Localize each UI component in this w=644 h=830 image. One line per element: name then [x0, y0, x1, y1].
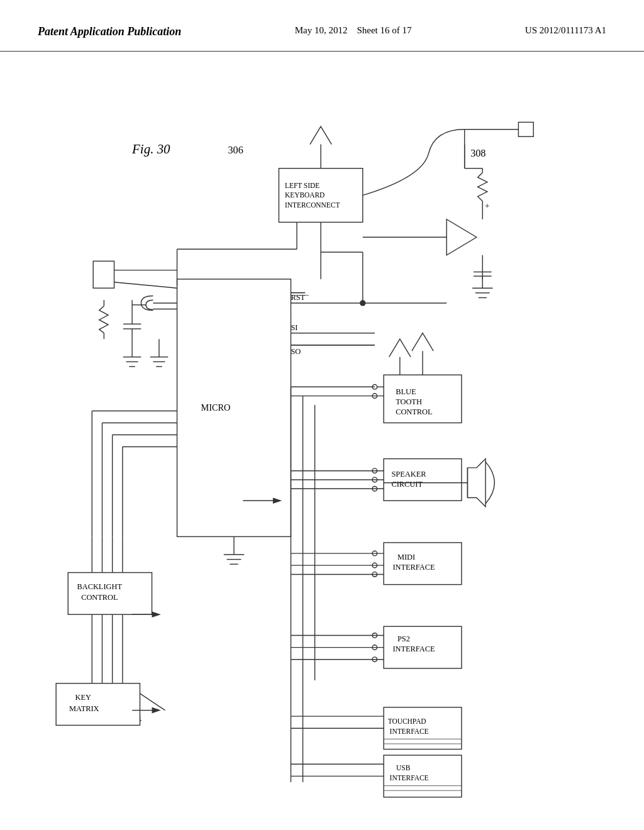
- svg-text:CONTROL: CONTROL: [81, 593, 118, 602]
- svg-text:KEY: KEY: [75, 693, 91, 702]
- svg-text:KEYBOARD: KEYBOARD: [285, 191, 325, 199]
- svg-rect-8: [93, 261, 114, 288]
- svg-text:RST: RST: [291, 293, 305, 302]
- pub-date: May 10, 2012: [295, 25, 348, 35]
- publication-type: Patent Application Publication: [38, 25, 181, 38]
- svg-rect-51: [518, 122, 533, 136]
- circuit-diagram: Fig. 30 306 308 300 302 304 MICRO: [0, 52, 644, 806]
- svg-text:INTERFACE: INTERFACE: [392, 563, 435, 572]
- svg-text:306: 306: [228, 145, 243, 156]
- svg-text:TOUCHPAD: TOUCHPAD: [388, 717, 426, 725]
- svg-marker-53: [447, 219, 477, 255]
- svg-marker-83: [467, 459, 486, 507]
- svg-text:BACKLIGHT: BACKLIGHT: [77, 582, 122, 591]
- svg-text:INTERFACE: INTERFACE: [390, 728, 429, 735]
- svg-text:BLUE: BLUE: [396, 387, 416, 396]
- page-header: Patent Application Publication May 10, 2…: [0, 0, 644, 52]
- svg-marker-158: [152, 707, 161, 714]
- publication-number: US 2012/0111173 A1: [525, 25, 606, 36]
- svg-marker-156: [152, 611, 161, 617]
- svg-text:CIRCUIT: CIRCUIT: [391, 480, 423, 489]
- svg-text:308: 308: [470, 148, 486, 159]
- svg-text:INTERFACE: INTERFACE: [390, 774, 429, 782]
- svg-text:MATRIX: MATRIX: [69, 704, 99, 713]
- svg-text:Fig. 30: Fig. 30: [131, 141, 170, 157]
- diagram-svg: Fig. 30 306 308 300 302 304 MICRO: [0, 52, 644, 806]
- svg-text:MICRO: MICRO: [201, 402, 231, 412]
- svg-line-10: [114, 282, 177, 289]
- svg-text:LEFT SIDE: LEFT SIDE: [285, 182, 319, 189]
- pub-sheet: Sheet 16 of 17: [357, 25, 411, 35]
- svg-text:INTERCONNECT: INTERCONNECT: [285, 201, 340, 209]
- svg-text:SI: SI: [291, 323, 297, 332]
- svg-text:SPEAKER: SPEAKER: [391, 470, 426, 479]
- svg-text:PS2: PS2: [397, 634, 410, 643]
- page: Patent Application Publication May 10, 2…: [0, 0, 644, 830]
- svg-text:MIDI: MIDI: [397, 553, 415, 562]
- svg-text:INTERFACE: INTERFACE: [392, 645, 435, 653]
- svg-text:CONTROL: CONTROL: [396, 407, 432, 416]
- svg-text:+: +: [485, 201, 490, 211]
- svg-text:SO: SO: [291, 347, 301, 356]
- publication-date-sheet: May 10, 2012 Sheet 16 of 17: [295, 25, 412, 36]
- svg-text:USB: USB: [396, 764, 411, 772]
- svg-text:TOOTH: TOOTH: [396, 397, 422, 406]
